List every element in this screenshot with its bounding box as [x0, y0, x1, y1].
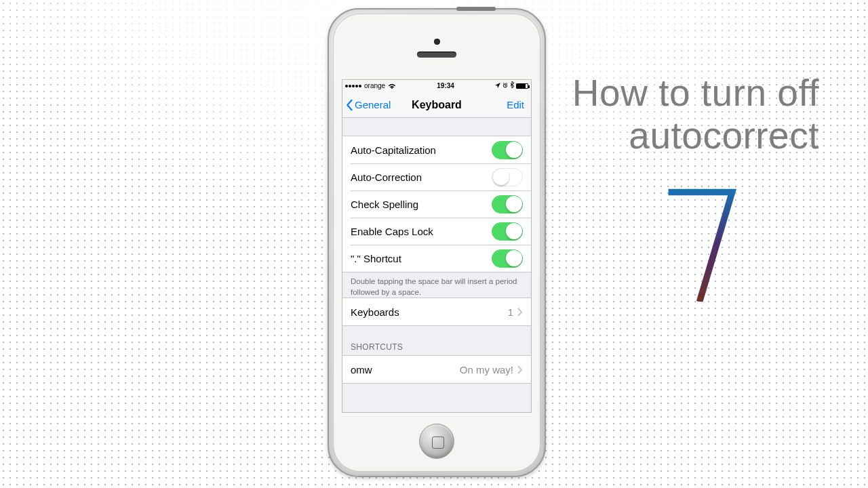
shortcuts-header: SHORTCUTS	[342, 342, 531, 355]
row-label: Auto-Correction	[351, 171, 492, 183]
tutorial-headline: How to turn off autocorrect	[572, 72, 819, 158]
toggle-switch[interactable]	[492, 168, 523, 186]
edit-button[interactable]: Edit	[507, 92, 524, 117]
toggle-row: Check Spelling	[342, 190, 531, 218]
shortcut-row[interactable]: omwOn my way!	[342, 356, 531, 383]
wifi-icon	[388, 83, 396, 89]
toggle-switch[interactable]	[492, 141, 523, 159]
row-label: Check Spelling	[351, 199, 492, 210]
keyboards-row[interactable]: Keyboards 1	[342, 298, 531, 325]
chevron-right-icon	[517, 365, 523, 374]
toggles-footer: Double tapping the space bar will insert…	[342, 272, 531, 298]
iphone-mockup: orange 19:34 General	[328, 8, 546, 477]
keyboards-count: 1	[508, 306, 513, 318]
status-bar: orange 19:34	[342, 80, 531, 92]
page-title: Keyboard	[412, 99, 462, 111]
back-label: General	[355, 99, 391, 110]
toggle-row: Enable Caps Lock	[342, 218, 531, 245]
headline-line: How to turn off	[572, 72, 819, 115]
keyboards-group: Keyboards 1	[342, 298, 531, 326]
battery-icon	[516, 83, 528, 89]
toggle-row: Auto-Capitalization	[342, 136, 531, 163]
toggle-row: Auto-Correction	[342, 163, 531, 190]
alarm-icon	[502, 80, 508, 92]
row-label: Keyboards	[351, 306, 508, 318]
front-camera	[434, 39, 440, 45]
signal-dots-icon	[345, 85, 361, 87]
settings-content[interactable]: Auto-CapitalizationAuto-CorrectionCheck …	[342, 118, 531, 412]
bluetooth-icon	[510, 80, 514, 92]
toggle-row: "." Shortcut	[342, 245, 531, 272]
shortcut-value: On my way!	[460, 364, 513, 375]
row-label: Enable Caps Lock	[351, 226, 492, 237]
shortcut-key: omw	[351, 364, 460, 375]
toggles-group: Auto-CapitalizationAuto-CorrectionCheck …	[342, 136, 531, 272]
shortcuts-group: omwOn my way!	[342, 355, 531, 384]
chevron-right-icon	[517, 308, 523, 317]
row-label: "." Shortcut	[351, 253, 492, 264]
clock: 19:34	[396, 80, 495, 92]
carrier-label: orange	[364, 80, 385, 92]
edit-label: Edit	[507, 99, 524, 110]
toggle-switch[interactable]	[492, 222, 523, 241]
back-button[interactable]: General	[345, 92, 391, 117]
toggle-switch[interactable]	[492, 195, 523, 214]
power-button	[456, 7, 496, 11]
chevron-left-icon	[345, 99, 353, 111]
home-button[interactable]	[419, 424, 454, 459]
headline-line: autocorrect	[572, 115, 819, 157]
ios7-logo	[665, 186, 739, 302]
screen: orange 19:34 General	[342, 79, 532, 413]
row-label: Auto-Capitalization	[351, 144, 492, 156]
earpiece	[417, 52, 456, 58]
nav-bar: General Keyboard Edit	[342, 92, 531, 118]
toggle-switch[interactable]	[492, 249, 523, 268]
location-icon	[495, 80, 500, 92]
